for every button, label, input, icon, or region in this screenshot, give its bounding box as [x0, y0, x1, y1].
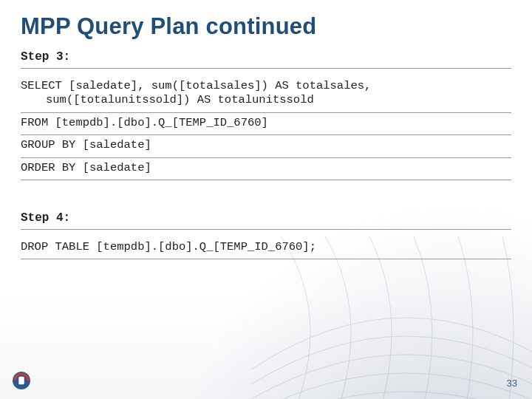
- code-line: FROM [tempdb].[dbo].Q_[TEMP_ID_6760]: [21, 113, 511, 135]
- page-number: 33: [507, 378, 517, 389]
- decorative-mesh: [251, 236, 532, 399]
- slide-title: MPP Query Plan continued: [21, 13, 511, 40]
- code-line: ORDER BY [saledate]: [21, 158, 511, 180]
- step3-code: SELECT [saledate], sum([totalsales]) AS …: [21, 76, 511, 180]
- code-line: DROP TABLE [tempdb].[dbo].Q_[TEMP_ID_676…: [21, 237, 511, 259]
- code-line: GROUP BY [saledate]: [21, 135, 511, 157]
- svg-rect-1: [18, 377, 24, 385]
- code-text: SELECT [saledate], sum([totalsales]) AS …: [21, 79, 371, 92]
- code-text: sum([totalunitssold]) AS totalunitssold: [21, 93, 511, 107]
- step4-label: Step 4:: [21, 211, 511, 230]
- step3-label: Step 3:: [21, 50, 511, 69]
- slide: MPP Query Plan continued Step 3: SELECT …: [0, 0, 532, 399]
- step4-code: DROP TABLE [tempdb].[dbo].Q_[TEMP_ID_676…: [21, 237, 511, 259]
- code-line: SELECT [saledate], sum([totalsales]) AS …: [21, 76, 511, 113]
- spacer: [21, 180, 511, 211]
- logo-icon: [10, 369, 33, 392]
